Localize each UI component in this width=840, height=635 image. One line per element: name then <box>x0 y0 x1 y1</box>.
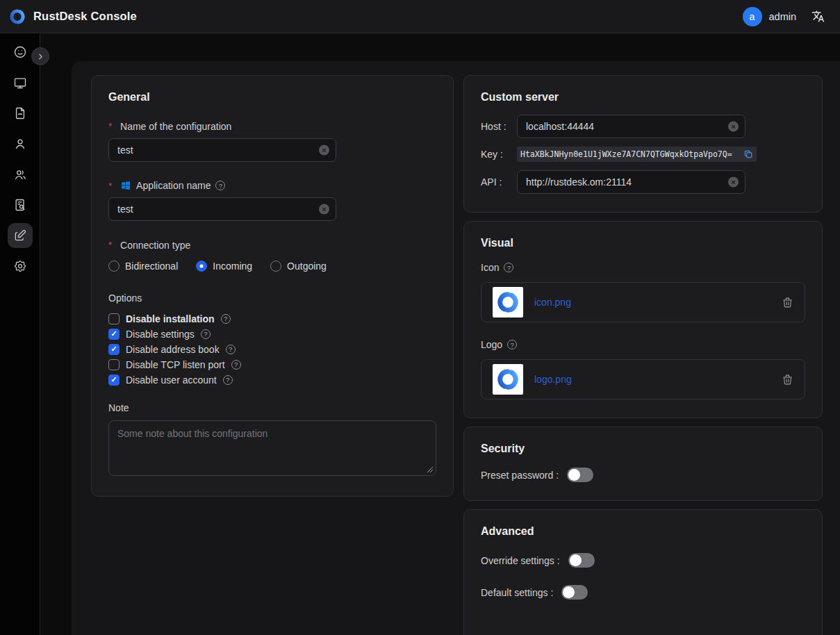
disable-user-account-help-icon[interactable] <box>223 375 233 385</box>
checkbox-box <box>108 313 120 324</box>
preset-password-label: Preset password : <box>481 470 559 481</box>
avatar: a <box>743 7 762 26</box>
checkbox-disable-installation[interactable]: Disable installation <box>108 313 436 324</box>
brand: RustDesk Console <box>8 8 137 26</box>
icon-label: Icon <box>481 262 499 273</box>
custom-server-card: Custom server Host : Key : HtaXBkJNHyn0e… <box>463 75 823 213</box>
document-icon <box>13 106 27 120</box>
delete-logo-file-icon[interactable] <box>782 374 793 386</box>
windows-logo-icon <box>120 180 131 191</box>
checkbox-disable-settings[interactable]: Disable settings <box>108 329 436 340</box>
radio-outgoing[interactable]: Outgoing <box>270 261 327 272</box>
radio-dot <box>270 261 281 272</box>
sidebar-item-overview[interactable] <box>8 40 33 65</box>
toggle-knob <box>568 469 580 481</box>
app-title: RustDesk Console <box>33 10 137 23</box>
checkbox-disable-address-book[interactable]: Disable address book <box>108 344 436 355</box>
visual-title: Visual <box>481 237 805 249</box>
advanced-title: Advanced <box>481 525 805 538</box>
connection-type-label: * Connection type <box>108 240 190 251</box>
monitor-icon <box>13 76 27 90</box>
username: admin <box>769 11 797 22</box>
toggle-knob <box>570 554 582 566</box>
checkbox-box <box>108 344 120 355</box>
logo-thumbnail <box>493 364 523 395</box>
checkbox-disable-user-account[interactable]: Disable user account <box>108 374 436 386</box>
resize-grip-icon[interactable] <box>427 466 434 473</box>
clear-host-icon[interactable] <box>728 122 739 132</box>
edit-icon <box>13 229 27 242</box>
icon-thumbnail <box>493 287 523 318</box>
icon-file-link[interactable]: icon.png <box>534 297 571 308</box>
application-name-help-icon[interactable] <box>215 181 225 190</box>
checkbox-disable-tcp-listen-port[interactable]: Disable TCP listen port <box>108 359 436 370</box>
disable-settings-help-icon[interactable] <box>201 329 211 339</box>
disable-tcp-listen-port-help-icon[interactable] <box>231 360 241 370</box>
preset-password-toggle[interactable] <box>567 468 593 482</box>
connection-type-group: Bidirectional Incoming Outgoing <box>108 261 436 272</box>
sidebar-item-users[interactable] <box>8 131 33 156</box>
override-settings-label: Override settings : <box>481 555 560 566</box>
sidebar-item-groups[interactable] <box>8 162 33 187</box>
sidebar-item-settings[interactable] <box>8 254 33 279</box>
application-name-label: * Application name <box>108 180 225 191</box>
chevron-right-icon <box>36 52 45 61</box>
note-label: Note <box>108 402 129 413</box>
note-textarea[interactable] <box>108 420 436 476</box>
smiley-icon <box>13 45 27 59</box>
logo-label-row: Logo <box>481 339 805 350</box>
visual-card: Visual Icon icon.png <box>463 221 823 418</box>
logo-file-link[interactable]: logo.png <box>534 374 572 385</box>
radio-dot <box>196 261 207 272</box>
disable-address-book-help-icon[interactable] <box>226 345 236 354</box>
security-card: Security Preset password : <box>463 427 823 501</box>
host-label: Host : <box>481 121 517 132</box>
host-input[interactable] <box>517 115 746 138</box>
checkbox-box <box>108 359 120 370</box>
sidebar <box>0 33 40 635</box>
logo-file-row: logo.png <box>481 359 805 399</box>
copy-key-icon[interactable] <box>743 149 753 159</box>
toggle-knob <box>563 586 575 598</box>
config-name-input[interactable] <box>108 138 336 162</box>
disable-installation-help-icon[interactable] <box>221 314 231 324</box>
checkbox-box <box>108 374 120 386</box>
clear-api-icon[interactable] <box>728 177 739 188</box>
radio-bidirectional[interactable]: Bidirectional <box>108 261 178 272</box>
gear-icon <box>13 259 27 273</box>
user-menu[interactable]: a admin <box>743 7 797 26</box>
radio-incoming[interactable]: Incoming <box>196 261 252 272</box>
api-label: API : <box>481 176 517 188</box>
icon-file-row: icon.png <box>481 282 805 322</box>
sidebar-item-custom-clients[interactable] <box>8 223 33 248</box>
config-name-label: * Name of the configuration <box>108 121 231 132</box>
options-group: Disable installation Disable settings Di… <box>108 313 436 386</box>
custom-server-title: Custom server <box>481 91 805 104</box>
checkbox-box <box>108 329 120 340</box>
application-name-input[interactable] <box>108 197 336 221</box>
icon-help-icon[interactable] <box>504 263 513 272</box>
icon-label-row: Icon <box>481 262 805 273</box>
advanced-card: Advanced Override settings : Default set… <box>463 509 823 635</box>
topbar: RustDesk Console a admin <box>0 0 840 33</box>
users-group-icon <box>13 167 27 181</box>
default-settings-label: Default settings : <box>481 587 553 598</box>
logo-help-icon[interactable] <box>507 340 517 349</box>
rustdesk-logo-icon <box>8 8 26 26</box>
general-card: General * Name of the configuration * <box>91 75 454 497</box>
key-field: HtaXBkJNHyn0e1U1jWXze7A7CN7QTGWqxkOtpaVp… <box>517 147 757 162</box>
general-title: General <box>108 91 436 104</box>
override-settings-toggle[interactable] <box>568 553 595 568</box>
main-panel: General * Name of the configuration * <box>72 61 840 635</box>
api-input[interactable] <box>517 170 746 194</box>
sidebar-item-documents[interactable] <box>8 101 33 126</box>
clear-config-name-icon[interactable] <box>319 145 329 155</box>
sidebar-item-devices[interactable] <box>8 70 33 95</box>
translate-icon[interactable] <box>812 10 825 23</box>
default-settings-toggle[interactable] <box>561 585 588 600</box>
sidebar-item-audit[interactable] <box>8 192 33 217</box>
sidebar-expand-button[interactable] <box>31 47 49 65</box>
clear-application-name-icon[interactable] <box>319 204 329 215</box>
user-icon <box>13 137 27 151</box>
delete-icon-file-icon[interactable] <box>782 297 793 308</box>
